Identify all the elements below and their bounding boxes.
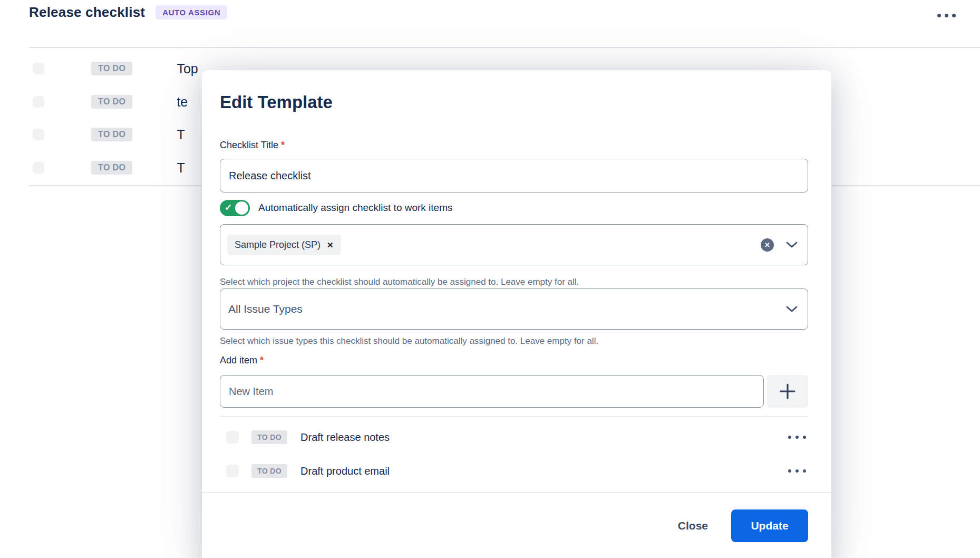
status-badge[interactable]: TO DO [251, 464, 287, 478]
ellipsis-icon [788, 436, 791, 439]
project-select-helper: Select which project the checklist shoul… [220, 277, 579, 287]
auto-assign-badge: AUTO ASSIGN [156, 5, 227, 20]
item-text: T [177, 160, 185, 176]
item-text: Top [177, 61, 198, 76]
page-title: Release checklist [29, 4, 145, 21]
modal-title: Edit Template [220, 92, 333, 112]
page-more-menu-button[interactable] [937, 14, 956, 17]
new-item-input[interactable] [220, 375, 764, 408]
template-item-row: TO DO Draft product email [220, 457, 808, 485]
ellipsis-icon [937, 14, 941, 17]
item-checkbox[interactable] [33, 96, 44, 108]
ellipsis-icon [803, 436, 806, 439]
items-divider [220, 416, 808, 417]
plus-icon [779, 383, 796, 400]
chevron-down-icon [785, 241, 798, 248]
close-button[interactable]: Close [663, 519, 723, 532]
clear-selection-icon[interactable]: ✕ [761, 238, 774, 252]
item-checkbox[interactable] [33, 162, 44, 174]
add-item-label: Add item* [220, 355, 264, 366]
check-icon: ✓ [225, 202, 232, 213]
project-chip-label: Sample Project (SP) [235, 239, 321, 251]
ellipsis-icon [795, 469, 799, 473]
status-badge[interactable]: TO DO [91, 128, 132, 141]
item-more-menu-button[interactable] [788, 469, 806, 473]
auto-assign-toggle[interactable]: ✓ [220, 200, 250, 216]
label-text: Checklist Title [220, 140, 278, 150]
issue-type-value: All Issue Types [228, 303, 303, 315]
item-text: Draft release notes [300, 431, 390, 444]
project-select[interactable]: Sample Project (SP) ✕ ✕ [220, 224, 808, 265]
status-badge[interactable]: TO DO [251, 430, 287, 444]
auto-assign-label: Automatically assign checklist to work i… [258, 202, 453, 214]
ellipsis-icon [945, 14, 948, 17]
item-text: T [177, 127, 185, 142]
chevron-down-icon [785, 305, 798, 313]
page-header: Release checklist AUTO ASSIGN [29, 4, 227, 21]
header-divider [29, 47, 980, 48]
issue-type-select[interactable]: All Issue Types [220, 288, 808, 330]
item-checkbox[interactable] [226, 465, 239, 477]
chip-remove-icon[interactable]: ✕ [327, 241, 334, 249]
ellipsis-icon [952, 14, 956, 17]
template-item-row: TO DO Draft release notes [220, 424, 808, 451]
project-chip: Sample Project (SP) ✕ [227, 235, 341, 255]
item-more-menu-button[interactable] [788, 436, 806, 439]
ellipsis-icon [795, 436, 799, 439]
status-badge[interactable]: TO DO [91, 161, 132, 175]
modal-footer: Close Update [663, 509, 808, 543]
required-asterisk: * [281, 140, 285, 150]
item-checkbox[interactable] [33, 129, 44, 140]
item-checkbox[interactable] [226, 431, 239, 444]
status-badge[interactable]: TO DO [91, 95, 132, 109]
screen: Release checklist AUTO ASSIGN TO DO Top … [0, 0, 980, 558]
status-badge[interactable]: TO DO [91, 62, 132, 75]
edit-template-modal: Edit Template Checklist Title* ✓ Automat… [202, 70, 831, 558]
item-text: te [177, 94, 188, 110]
issue-type-select-helper: Select which issue types this checklist … [220, 336, 598, 347]
add-item-row [220, 375, 808, 408]
footer-divider [202, 492, 831, 493]
toggle-knob [235, 201, 248, 215]
item-checkbox[interactable] [33, 63, 44, 74]
required-asterisk: * [260, 355, 264, 365]
ellipsis-icon [803, 469, 806, 473]
ellipsis-icon [788, 469, 791, 473]
item-text: Draft product email [300, 465, 390, 477]
auto-assign-row: ✓ Automatically assign checklist to work… [220, 199, 453, 216]
add-item-button[interactable] [767, 375, 808, 408]
label-text: Add item [220, 355, 257, 365]
update-button[interactable]: Update [731, 509, 808, 542]
checklist-title-label: Checklist Title* [220, 140, 285, 151]
checklist-title-input[interactable] [220, 159, 808, 193]
